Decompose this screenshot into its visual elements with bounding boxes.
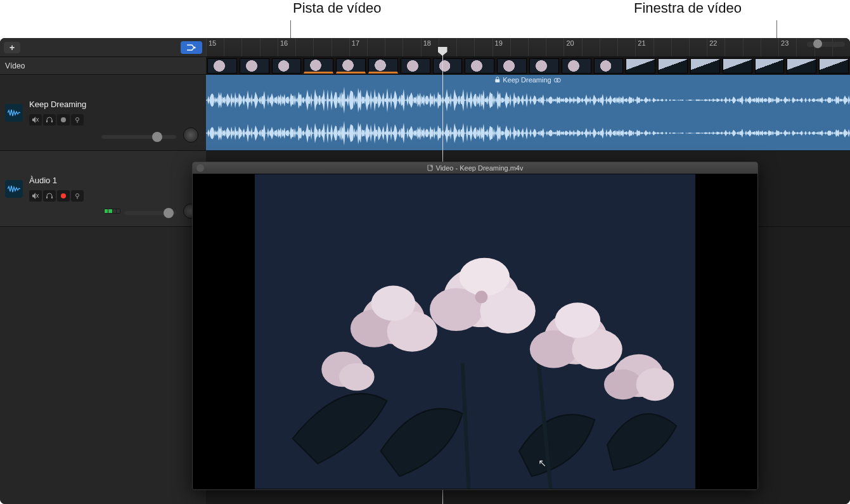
svg-point-23: [430, 288, 482, 331]
track-header[interactable]: Keep Dreaming: [0, 75, 206, 151]
loop-icon: [554, 77, 562, 83]
record-icon: [61, 193, 66, 198]
volume-slider[interactable]: [101, 135, 176, 139]
svg-rect-13: [495, 79, 499, 82]
video-window-title: Video - Keep Dreaming.m4v: [436, 164, 524, 172]
annotation-video-track: Pista de vídeo: [293, 0, 381, 16]
headphones-icon: [46, 117, 53, 123]
volume-slider[interactable]: [124, 211, 176, 215]
svg-rect-10: [51, 197, 53, 198]
region-name-label: Keep Dreaming: [503, 76, 551, 84]
video-thumbnail: [433, 58, 463, 74]
lock-icon: [494, 77, 500, 83]
video-preview-window[interactable]: Video - Keep Dreaming.m4v ↖: [192, 162, 758, 490]
mute-button[interactable]: [29, 190, 42, 202]
video-thumbnail: [272, 58, 302, 74]
region-header: Keep Dreaming: [494, 76, 561, 84]
video-thumbnail: [787, 58, 816, 74]
level-meter: [104, 209, 120, 214]
track-filter-button[interactable]: [181, 41, 202, 54]
input-monitor-icon: [74, 117, 80, 123]
svg-point-5: [76, 118, 79, 121]
mute-button[interactable]: [29, 114, 42, 126]
svg-point-30: [555, 302, 600, 338]
track-name-label: Àudio 1: [29, 176, 84, 185]
record-enable-button[interactable]: [57, 114, 70, 126]
track-name-label: Keep Dreaming: [29, 100, 86, 109]
video-section-header: Vídeo: [0, 57, 206, 75]
input-monitor-button[interactable]: [71, 190, 84, 202]
track-type-icon: [5, 104, 23, 122]
cursor-icon: ↖: [538, 457, 546, 469]
video-frame-image: [255, 174, 695, 489]
video-thumbnail: [755, 58, 785, 74]
video-track-lane[interactable]: [206, 57, 850, 75]
track-header[interactable]: Àudio 1: [0, 151, 206, 227]
sidebar-toolbar: +: [0, 38, 206, 57]
svg-point-15: [557, 78, 561, 82]
input-monitor-button[interactable]: [71, 114, 84, 126]
video-thumbnail: [336, 58, 366, 74]
svg-point-21: [371, 286, 415, 321]
record-enable-button[interactable]: [57, 190, 70, 202]
video-thumbnail: [207, 58, 237, 74]
solo-button[interactable]: [43, 190, 56, 202]
close-button[interactable]: [196, 164, 204, 172]
svg-rect-3: [46, 120, 48, 122]
pan-knob[interactable]: [183, 127, 198, 143]
waveform: [206, 84, 850, 117]
svg-point-0: [193, 46, 195, 48]
video-thumbnail: [497, 58, 527, 74]
input-monitor-icon: [74, 193, 80, 199]
video-thumbnail: [562, 58, 591, 74]
video-window-titlebar[interactable]: Video - Keep Dreaming.m4v: [193, 162, 757, 174]
svg-rect-9: [46, 197, 48, 198]
video-thumbnail: [626, 58, 655, 74]
video-preview-content: ↖: [193, 174, 757, 489]
video-thumbnail: [465, 58, 494, 74]
video-header-label: Vídeo: [5, 61, 25, 70]
svg-point-11: [76, 194, 79, 197]
document-icon: [427, 165, 434, 171]
video-thumbnail: [723, 58, 752, 74]
record-icon: [61, 117, 66, 122]
video-thumbnail: [658, 58, 688, 74]
mute-icon: [32, 193, 39, 199]
plus-icon: +: [10, 42, 15, 53]
track-headers-panel: + Vídeo Keep Dreaming: [0, 38, 206, 504]
track-type-icon: [5, 180, 23, 198]
video-thumbnail: [529, 58, 559, 74]
headphones-icon: [46, 193, 53, 199]
waveform: [206, 117, 850, 150]
svg-point-35: [339, 363, 375, 391]
add-track-button[interactable]: +: [4, 42, 20, 53]
svg-point-33: [636, 368, 674, 401]
timeline-ruler[interactable]: [206, 38, 850, 57]
video-thumbnail: [304, 58, 333, 74]
zoom-slider[interactable]: [807, 42, 845, 47]
solo-button[interactable]: [43, 114, 56, 126]
filter-icon: [186, 44, 196, 51]
svg-point-25: [460, 258, 510, 296]
audio-region[interactable]: Keep Dreaming: [206, 75, 850, 151]
video-thumbnail: [819, 58, 849, 74]
svg-rect-4: [51, 120, 53, 122]
video-thumbnail: [690, 58, 720, 74]
annotation-video-window: Finestra de vídeo: [634, 0, 742, 16]
video-thumbnail: [240, 58, 269, 74]
mute-icon: [32, 117, 39, 123]
video-thumbnail: [368, 58, 398, 74]
video-thumbnail: [401, 58, 430, 74]
svg-rect-16: [428, 165, 432, 171]
svg-point-26: [475, 290, 488, 303]
video-thumbnail: [594, 58, 624, 74]
